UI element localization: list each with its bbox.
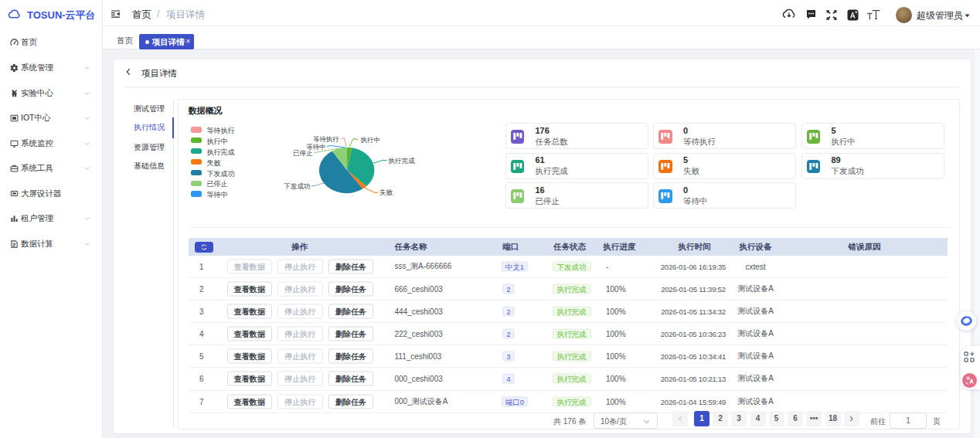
svg-text:失败: 失败 bbox=[379, 188, 393, 196]
svg-text:已停止: 已停止 bbox=[293, 149, 313, 157]
svg-text:下发成功: 下发成功 bbox=[284, 182, 311, 190]
svg-text:执行完成: 执行完成 bbox=[388, 157, 416, 165]
svg-text:执行中: 执行中 bbox=[360, 136, 381, 144]
svg-text:等待执行: 等待执行 bbox=[313, 135, 339, 143]
